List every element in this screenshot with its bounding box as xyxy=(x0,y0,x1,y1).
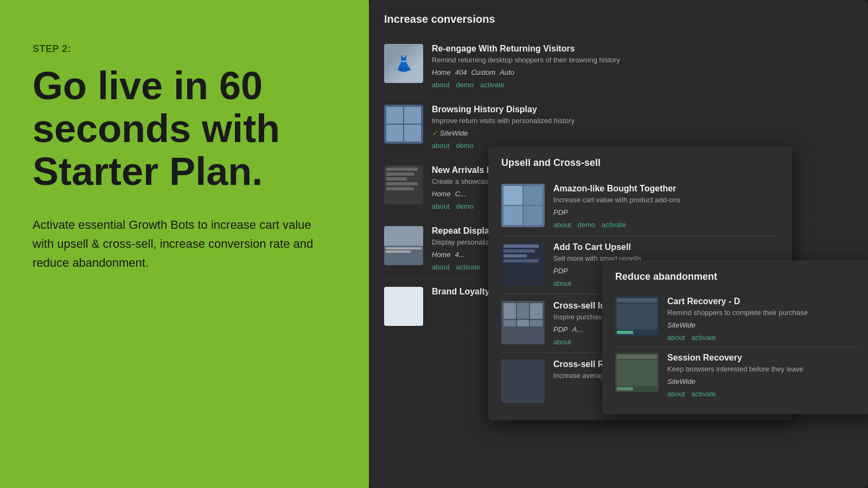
bot-name: Cart Recovery - D xyxy=(667,297,860,306)
tag-pdp: PDP xyxy=(553,267,568,275)
activate-link[interactable]: activate xyxy=(480,81,505,89)
thumb-row xyxy=(386,168,418,171)
tag-home: Home xyxy=(432,190,451,198)
demo-link[interactable]: demo xyxy=(456,81,474,89)
thumb-line xyxy=(386,251,411,253)
tag-c: C... xyxy=(455,190,466,198)
overlay-thumb-cross2 xyxy=(501,359,545,403)
about-link[interactable]: about xyxy=(432,81,450,89)
thumb-cell xyxy=(517,303,529,319)
about-link[interactable]: about xyxy=(432,202,450,210)
thumb-row xyxy=(386,182,418,185)
overlay-thumb-cross1 xyxy=(501,301,545,344)
bot-tags: SiteWide xyxy=(667,321,860,329)
tag-404: 404 xyxy=(455,68,467,76)
thumb-img xyxy=(384,165,423,204)
thumb-img: 👗 xyxy=(384,44,423,83)
thumb-cell xyxy=(386,107,403,124)
bot-name: Session Recovery xyxy=(667,353,860,363)
demo-link[interactable]: demo xyxy=(578,221,596,229)
tag-home: Home xyxy=(432,68,451,76)
tag-sitewide: SiteWide xyxy=(432,129,468,137)
thumb-line xyxy=(386,247,422,249)
thumb-cell xyxy=(503,206,522,225)
bot-name: Re-engage With Returning Visitors xyxy=(432,44,853,54)
main-card: Increase conversions 👗 Re-engage With Re… xyxy=(369,0,868,488)
bot-desc: Improve return visits with personalized … xyxy=(432,117,853,125)
thumb-ss-btn xyxy=(617,331,633,334)
bot-thumb-brand xyxy=(384,287,423,326)
thumb-row xyxy=(503,259,539,262)
thumb-product-img xyxy=(384,226,423,246)
tag-auto: Auto xyxy=(500,68,514,76)
bot-tags: Home 404 Custom Auto xyxy=(432,68,853,76)
left-panel: STEP 2: Go live in 60 seconds with Start… xyxy=(0,0,369,488)
sub-text: Activate essential Growth Bots to increa… xyxy=(33,215,315,273)
thumb-img xyxy=(615,353,659,392)
bot-tags: SiteWide xyxy=(667,377,860,386)
about-link[interactable]: about xyxy=(432,263,450,271)
bot-actions: about demo activate xyxy=(553,221,779,229)
activate-link[interactable]: activate xyxy=(692,333,716,342)
thumb-cell xyxy=(503,320,516,326)
activate-link[interactable]: activate xyxy=(692,390,716,398)
activate-link[interactable]: activate xyxy=(456,263,481,271)
about-link[interactable]: about xyxy=(553,279,571,287)
tag-a: A... xyxy=(572,325,583,333)
thumb-cell xyxy=(404,107,421,124)
tag-pdp: PDP xyxy=(553,208,568,216)
thumb-ss-header xyxy=(617,355,657,359)
about-link[interactable]: about xyxy=(553,221,571,229)
thumb-cell xyxy=(524,206,542,225)
demo-link[interactable]: demo xyxy=(456,202,474,210)
overlay-thumb-amazon xyxy=(501,184,545,227)
thumb-cell xyxy=(503,186,522,205)
bot-item-reengage: 👗 Re-engage With Returning Visitors Remi… xyxy=(384,36,853,97)
thumb-img xyxy=(384,226,423,265)
about-link[interactable]: about xyxy=(667,390,685,398)
thumb-img xyxy=(615,297,659,336)
bot-name: Browsing History Display xyxy=(432,105,853,114)
bot-info-session: Session Recovery Keep browsers intereste… xyxy=(667,353,860,398)
bot-thumb-repeat xyxy=(384,226,423,265)
thumb-img xyxy=(501,359,545,403)
bot-thumb-browsing xyxy=(384,105,423,144)
overlay-thumb-addt xyxy=(501,242,545,286)
overlay-reduce: Reduce abandonment Cart Recovery - D Rem… xyxy=(602,260,868,414)
demo-link[interactable]: demo xyxy=(456,142,474,150)
thumb-row xyxy=(503,249,535,253)
thumb-cell xyxy=(386,125,403,142)
thumb-row xyxy=(386,187,414,190)
overlay-thumb-session xyxy=(615,353,659,392)
overlay-title: Upsell and Cross-sell xyxy=(501,157,779,169)
thumb-cell xyxy=(524,186,542,205)
bot-info-amazon: Amazon-like Bought Together Increase car… xyxy=(553,184,779,229)
about-link[interactable]: about xyxy=(432,142,450,150)
bot-desc: Remind shoppers to complete their purcha… xyxy=(667,309,860,317)
tag-4: 4... xyxy=(455,251,465,259)
bot-info-reengage: Re-engage With Returning Visitors Remind… xyxy=(432,44,853,89)
tag-sitewide: SiteWide xyxy=(667,321,695,329)
overlay-title: Reduce abandonment xyxy=(615,271,860,282)
bot-info-cart: Cart Recovery - D Remind shoppers to com… xyxy=(667,297,860,342)
thumb-img xyxy=(501,242,545,286)
thumb-cell xyxy=(503,303,516,319)
bot-desc: Increase cart value with product add-ons xyxy=(553,196,779,204)
bot-name: Add To Cart Upsell xyxy=(553,242,779,252)
thumb-ss-btn xyxy=(617,387,633,390)
bot-actions: about activate xyxy=(667,390,860,398)
bot-thumb-reengage: 👗 xyxy=(384,44,423,83)
bot-desc: Keep browsers interested before they lea… xyxy=(667,365,860,373)
thumb-img xyxy=(384,105,423,144)
about-link[interactable]: about xyxy=(553,338,571,346)
tag-home: Home xyxy=(432,251,451,259)
thumb-product-info xyxy=(384,246,423,265)
activate-link[interactable]: activate xyxy=(602,221,626,229)
thumb-ss-header xyxy=(617,298,657,303)
about-link[interactable]: about xyxy=(667,333,685,342)
main-heading: Go live in 60 seconds with Starter Plan. xyxy=(33,65,336,194)
tag-pdp: PDP xyxy=(553,325,568,333)
bot-thumb-newarr xyxy=(384,165,423,204)
bot-info-browsing: Browsing History Display Improve return … xyxy=(432,105,853,150)
thumb-row xyxy=(386,177,407,181)
